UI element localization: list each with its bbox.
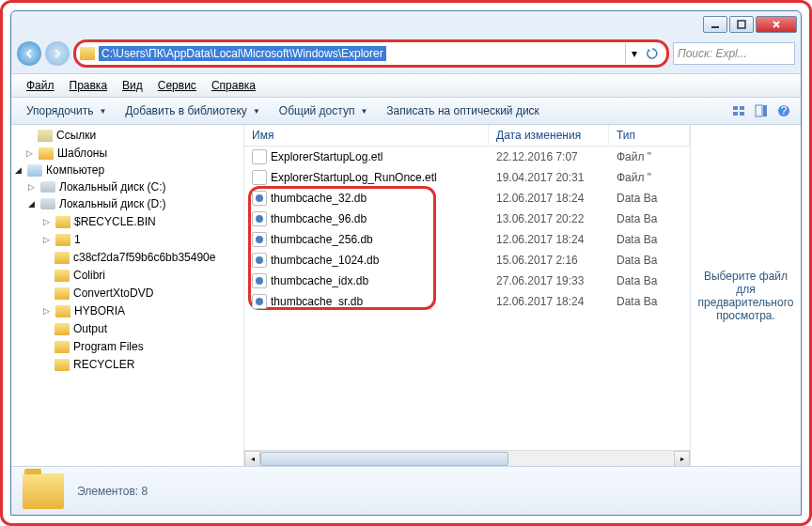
tree-recycle-bin[interactable]: ▷$RECYCLE.BIN xyxy=(11,212,243,230)
view-mode-button[interactable] xyxy=(729,101,748,120)
file-row[interactable]: thumbcache_idx.db27.06.2017 19:33Data Ba xyxy=(244,271,690,291)
file-date: 12.06.2017 18:24 xyxy=(489,232,609,247)
preview-pane-button[interactable] xyxy=(752,101,771,120)
column-type[interactable]: Тип xyxy=(609,125,690,146)
file-row[interactable]: thumbcache_32.db12.06.2017 18:24Data Ba xyxy=(244,188,690,209)
organize-button[interactable]: Упорядочить▼ xyxy=(19,101,114,120)
address-bar[interactable]: C:\Users\ПК\AppData\Local\Microsoft\Wind… xyxy=(80,46,625,61)
forward-button[interactable] xyxy=(45,41,70,66)
list-body[interactable]: ExplorerStartupLog.etl22.12.2016 7:07Фай… xyxy=(244,147,690,450)
expander-icon[interactable]: ▷ xyxy=(41,216,52,226)
expander-icon[interactable]: ▷ xyxy=(24,147,35,158)
close-button[interactable] xyxy=(756,16,797,33)
file-type: Data Ba xyxy=(609,191,690,206)
tree-folder-1[interactable]: ▷1 xyxy=(11,230,243,248)
add-to-library-button[interactable]: Добавить в библиотеку▼ xyxy=(117,101,267,120)
tree-recycler[interactable]: RECYCLER xyxy=(11,355,243,373)
file-name: ExplorerStartupLog.etl xyxy=(271,150,383,163)
file-name: thumbcache_sr.db xyxy=(271,295,363,308)
folder-icon xyxy=(23,473,64,509)
tree-drive-c[interactable]: ▷Локальный диск (C:) xyxy=(11,178,243,195)
svg-rect-7 xyxy=(763,105,767,116)
main-panel: Имя Дата изменения Тип ExplorerStartupLo… xyxy=(244,125,801,466)
back-button[interactable] xyxy=(17,41,41,66)
address-path[interactable]: C:\Users\ПК\AppData\Local\Microsoft\Wind… xyxy=(99,46,386,61)
tree-computer[interactable]: ◢Компьютер xyxy=(11,162,243,178)
folder-icon xyxy=(55,359,70,371)
file-name: thumbcache_256.db xyxy=(271,233,373,246)
expander-icon[interactable]: ▷ xyxy=(41,305,52,316)
menu-tools[interactable]: Сервис xyxy=(152,77,202,94)
tree-convertx[interactable]: ConvertXtoDVD xyxy=(11,284,243,302)
menu-help[interactable]: Справка xyxy=(206,77,261,94)
explorer-window: C:\Users\ПК\AppData\Local\Microsoft\Wind… xyxy=(10,10,802,516)
refresh-button[interactable] xyxy=(642,43,663,64)
tree-hyboria[interactable]: ▷HYBORIA xyxy=(11,302,243,319)
burn-button[interactable]: Записать на оптический диск xyxy=(379,101,547,120)
file-type: Data Ba xyxy=(609,294,690,309)
file-date: 12.06.2017 18:24 xyxy=(489,191,609,206)
file-row[interactable]: thumbcache_sr.db12.06.2017 18:24Data Ba xyxy=(244,291,690,312)
file-name: thumbcache_32.db xyxy=(271,192,367,205)
file-date: 19.04.2017 20:31 xyxy=(489,170,609,185)
search-placeholder: Поиск: Expl... xyxy=(678,47,747,60)
folder-icon xyxy=(55,270,70,282)
file-row[interactable]: thumbcache_1024.db15.06.2017 2:16Data Ba xyxy=(244,250,690,271)
menu-file[interactable]: Файл xyxy=(21,77,60,94)
file-icon xyxy=(252,149,267,164)
column-name[interactable]: Имя xyxy=(244,125,489,146)
list-header: Имя Дата изменения Тип xyxy=(244,125,690,147)
file-icon xyxy=(252,294,267,309)
svg-rect-4 xyxy=(733,112,738,116)
minimize-button[interactable] xyxy=(703,16,727,33)
svg-rect-0 xyxy=(711,26,719,28)
file-row[interactable]: ExplorerStartupLog.etl22.12.2016 7:07Фай… xyxy=(244,147,690,167)
menu-view[interactable]: Вид xyxy=(117,77,148,94)
tree-folder-hash[interactable]: c38cf2da7f59b6c6bb35490e xyxy=(11,248,243,266)
file-row[interactable]: thumbcache_256.db12.06.2017 18:24Data Ba xyxy=(244,229,690,250)
scroll-left-button[interactable]: ◂ xyxy=(244,451,260,467)
file-date: 12.06.2017 18:24 xyxy=(489,294,609,309)
svg-rect-2 xyxy=(733,106,738,110)
preview-panel: Выберите файл для предварительного просм… xyxy=(690,125,801,466)
expander-icon[interactable]: ◢ xyxy=(13,165,23,176)
folder-icon xyxy=(55,252,70,264)
nav-row: C:\Users\ПК\AppData\Local\Microsoft\Wind… xyxy=(11,38,801,73)
file-type: Файл " xyxy=(609,149,690,164)
file-icon xyxy=(252,232,267,247)
statusbar: Элементов: 8 xyxy=(11,466,801,515)
drive-icon xyxy=(40,198,55,209)
toolbar: Упорядочить▼ Добавить в библиотеку▼ Общи… xyxy=(11,98,801,125)
expander-icon[interactable]: ▷ xyxy=(41,234,52,244)
help-button[interactable]: ? xyxy=(774,101,793,120)
scroll-right-button[interactable]: ▸ xyxy=(674,451,690,467)
search-input[interactable]: Поиск: Expl... xyxy=(673,42,795,65)
expander-icon[interactable]: ◢ xyxy=(26,199,37,209)
folder-icon xyxy=(55,216,70,228)
column-date[interactable]: Дата изменения xyxy=(489,125,609,146)
maximize-button[interactable] xyxy=(729,16,754,33)
scroll-thumb[interactable] xyxy=(260,452,508,466)
menubar: Файл Правка Вид Сервис Справка xyxy=(11,73,801,98)
tree-drive-d[interactable]: ◢Локальный диск (D:) xyxy=(11,195,243,212)
tree-templates[interactable]: ▷Шаблоны xyxy=(11,144,243,162)
horizontal-scrollbar: ◂ ▸ xyxy=(244,450,690,466)
scroll-track[interactable] xyxy=(260,451,674,467)
file-list: Имя Дата изменения Тип ExplorerStartupLo… xyxy=(244,125,690,466)
svg-rect-6 xyxy=(756,105,762,116)
file-row[interactable]: thumbcache_96.db13.06.2017 20:22Data Ba xyxy=(244,209,690,229)
expander-icon[interactable]: ▷ xyxy=(26,182,37,193)
link-icon xyxy=(38,130,53,142)
file-date: 22.12.2016 7:07 xyxy=(489,149,609,164)
tree-links[interactable]: Ссылки xyxy=(11,127,243,144)
share-button[interactable]: Общий доступ▼ xyxy=(272,101,376,120)
tree-output[interactable]: Output xyxy=(11,319,243,337)
file-name: thumbcache_idx.db xyxy=(271,274,368,287)
nav-tree[interactable]: Ссылки ▷Шаблоны ◢Компьютер ▷Локальный ди… xyxy=(11,125,244,466)
tree-colibri[interactable]: Colibri xyxy=(11,266,243,284)
address-dropdown[interactable]: ▾ xyxy=(625,43,642,64)
tree-program-files[interactable]: Program Files xyxy=(11,337,243,355)
status-elements: Элементов: 8 xyxy=(77,485,148,498)
file-row[interactable]: ExplorerStartupLog_RunOnce.etl19.04.2017… xyxy=(244,167,690,188)
menu-edit[interactable]: Правка xyxy=(64,77,114,94)
